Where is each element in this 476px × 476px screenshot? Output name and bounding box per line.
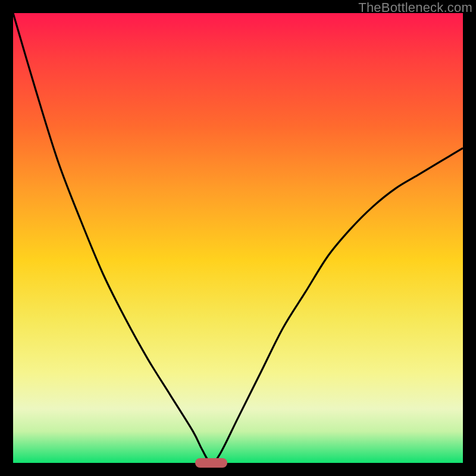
floor-marker xyxy=(195,458,227,468)
chart-frame: TheBottleneck.com xyxy=(0,0,476,476)
plot-area xyxy=(13,13,463,463)
curve-path xyxy=(13,13,463,463)
bottleneck-curve xyxy=(13,13,463,463)
